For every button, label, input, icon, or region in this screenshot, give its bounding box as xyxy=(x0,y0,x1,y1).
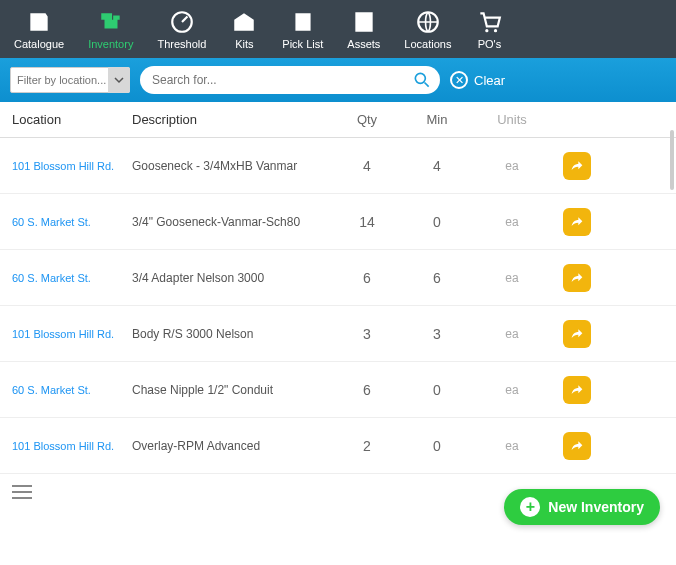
nav-inventory[interactable]: Inventory xyxy=(82,6,139,52)
row-action-button[interactable] xyxy=(563,264,591,292)
row-qty: 6 xyxy=(332,270,402,286)
svg-point-3 xyxy=(494,29,497,32)
close-icon: ✕ xyxy=(450,71,468,89)
nav-label: Pick List xyxy=(282,38,323,50)
row-description: Body R/S 3000 Nelson xyxy=(132,327,332,341)
scrollbar[interactable] xyxy=(670,130,674,190)
share-arrow-icon xyxy=(569,270,585,286)
threshold-icon xyxy=(168,8,196,36)
row-qty: 4 xyxy=(332,158,402,174)
row-action-button[interactable] xyxy=(563,152,591,180)
location-filter-dropdown[interactable] xyxy=(108,67,130,93)
table-row: 60 S. Market St.3/4 Adapter Nelson 30006… xyxy=(0,250,676,306)
row-qty: 6 xyxy=(332,382,402,398)
search-input[interactable] xyxy=(140,66,440,94)
location-link[interactable]: 60 S. Market St. xyxy=(12,216,132,228)
row-min: 3 xyxy=(402,326,472,342)
col-description: Description xyxy=(132,112,332,127)
row-description: Gooseneck - 3/4MxHB Vanmar xyxy=(132,159,332,173)
nav-catalogue[interactable]: Catalogue xyxy=(8,6,70,52)
nav-label: Kits xyxy=(235,38,253,50)
location-link[interactable]: 60 S. Market St. xyxy=(12,272,132,284)
col-qty: Qty xyxy=(332,112,402,127)
nav-label: Inventory xyxy=(88,38,133,50)
row-min: 6 xyxy=(402,270,472,286)
fab-label: New Inventory xyxy=(548,499,644,515)
row-description: Overlay-RPM Advanced xyxy=(132,439,332,453)
chevron-down-icon xyxy=(114,75,124,85)
row-qty: 3 xyxy=(332,326,402,342)
nav-threshold[interactable]: Threshold xyxy=(151,6,212,52)
nav-assets[interactable]: Assets xyxy=(341,6,386,52)
row-action-button[interactable] xyxy=(563,320,591,348)
share-arrow-icon xyxy=(569,382,585,398)
row-action-button[interactable] xyxy=(563,432,591,460)
top-nav: Catalogue Inventory Threshold Kits Pick … xyxy=(0,0,676,58)
table-row: 101 Blossom Hill Rd.Overlay-RPM Advanced… xyxy=(0,418,676,474)
row-units: ea xyxy=(472,439,552,453)
col-min: Min xyxy=(402,112,472,127)
row-units: ea xyxy=(472,271,552,285)
inventory-icon xyxy=(97,8,125,36)
row-min: 0 xyxy=(402,382,472,398)
clear-label: Clear xyxy=(474,73,505,88)
nav-locations[interactable]: Locations xyxy=(398,6,457,52)
hamburger-menu[interactable] xyxy=(12,481,32,503)
catalogue-icon xyxy=(25,8,53,36)
location-link[interactable]: 101 Blossom Hill Rd. xyxy=(12,328,132,340)
row-qty: 14 xyxy=(332,214,402,230)
location-link[interactable]: 101 Blossom Hill Rd. xyxy=(12,160,132,172)
nav-label: Assets xyxy=(347,38,380,50)
share-arrow-icon xyxy=(569,326,585,342)
nav-label: Catalogue xyxy=(14,38,64,50)
nav-label: Locations xyxy=(404,38,451,50)
row-action-button[interactable] xyxy=(563,208,591,236)
nav-pos[interactable]: PO's xyxy=(469,6,509,52)
picklist-icon xyxy=(289,8,317,36)
row-min: 0 xyxy=(402,438,472,454)
share-arrow-icon xyxy=(569,438,585,454)
kits-icon xyxy=(230,8,258,36)
grid-header: Location Description Qty Min Units xyxy=(0,102,676,138)
clear-button[interactable]: ✕ Clear xyxy=(450,71,505,89)
row-units: ea xyxy=(472,383,552,397)
table-row: 101 Blossom Hill Rd.Body R/S 3000 Nelson… xyxy=(0,306,676,362)
filter-bar: ✕ Clear xyxy=(0,58,676,102)
search-wrap xyxy=(140,66,440,94)
row-units: ea xyxy=(472,215,552,229)
row-units: ea xyxy=(472,159,552,173)
location-link[interactable]: 101 Blossom Hill Rd. xyxy=(12,440,132,452)
row-units: ea xyxy=(472,327,552,341)
col-units: Units xyxy=(472,112,552,127)
col-location: Location xyxy=(12,112,132,127)
table-row: 101 Blossom Hill Rd.Gooseneck - 3/4MxHB … xyxy=(0,138,676,194)
location-link[interactable]: 60 S. Market St. xyxy=(12,384,132,396)
svg-point-4 xyxy=(415,73,425,83)
row-qty: 2 xyxy=(332,438,402,454)
share-arrow-icon xyxy=(569,214,585,230)
svg-point-2 xyxy=(486,29,489,32)
share-arrow-icon xyxy=(569,158,585,174)
row-description: Chase Nipple 1/2" Conduit xyxy=(132,383,332,397)
new-inventory-button[interactable]: + New Inventory xyxy=(504,489,660,525)
plus-icon: + xyxy=(520,497,540,517)
cart-icon xyxy=(475,8,503,36)
nav-label: Threshold xyxy=(157,38,206,50)
search-button[interactable] xyxy=(412,70,432,90)
inventory-grid: Location Description Qty Min Units 101 B… xyxy=(0,102,676,474)
location-filter xyxy=(10,67,130,93)
nav-label: PO's xyxy=(478,38,502,50)
row-action-button[interactable] xyxy=(563,376,591,404)
nav-picklist[interactable]: Pick List xyxy=(276,6,329,52)
assets-icon xyxy=(350,8,378,36)
row-description: 3/4" Gooseneck-Vanmar-Sch80 xyxy=(132,215,332,229)
search-icon xyxy=(412,70,432,90)
row-min: 4 xyxy=(402,158,472,174)
table-row: 60 S. Market St.Chase Nipple 1/2" Condui… xyxy=(0,362,676,418)
row-description: 3/4 Adapter Nelson 3000 xyxy=(132,271,332,285)
globe-icon xyxy=(414,8,442,36)
nav-kits[interactable]: Kits xyxy=(224,6,264,52)
row-min: 0 xyxy=(402,214,472,230)
table-row: 60 S. Market St.3/4" Gooseneck-Vanmar-Sc… xyxy=(0,194,676,250)
